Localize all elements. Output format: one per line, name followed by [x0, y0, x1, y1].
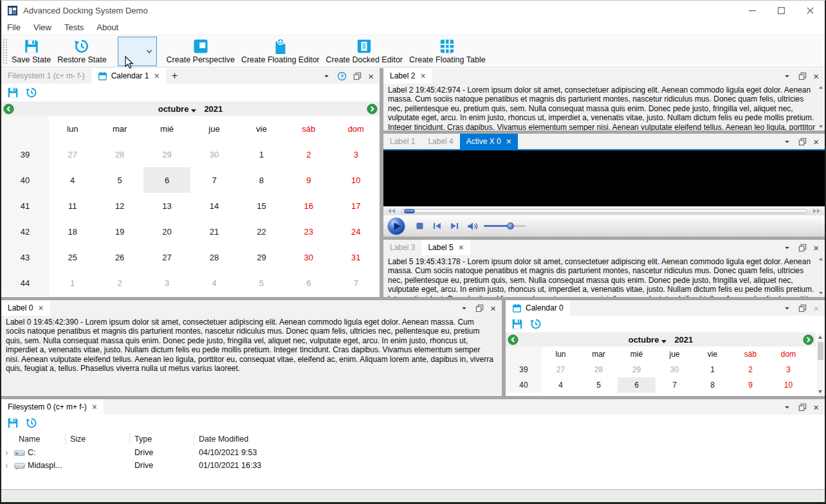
play-button[interactable] [387, 217, 406, 236]
tabs-menu-icon[interactable] [459, 303, 469, 313]
calendar-day[interactable]: 6 [143, 167, 190, 193]
next-button[interactable] [450, 222, 459, 230]
menu-view[interactable]: View [27, 21, 58, 33]
scroll-down-icon[interactable] [819, 125, 823, 128]
tab-activex0[interactable]: Active X 0 × [460, 134, 518, 149]
calendar-day[interactable]: 2 [731, 362, 769, 377]
panel-close-icon[interactable]: × [813, 402, 819, 412]
column-header-date-modified[interactable]: Date Modified [194, 433, 825, 445]
prev-month-icon[interactable] [508, 334, 519, 345]
calendar-day[interactable]: 21 [190, 219, 237, 244]
year-label[interactable]: 2021 [204, 104, 223, 114]
create-perspective-button[interactable]: Create Perspective [163, 37, 238, 66]
toolbar-drag-handle[interactable] [3, 39, 7, 64]
tabs-menu-icon[interactable] [782, 137, 792, 147]
calendar-day[interactable]: 29 [618, 362, 656, 377]
calendar-day[interactable]: 28 [190, 244, 237, 270]
rewind-icon[interactable] [387, 208, 396, 213]
calendar-day[interactable]: 2 [96, 270, 143, 296]
panel-close-icon[interactable]: × [813, 303, 819, 313]
tab-filesystem0[interactable]: Filesystem 0 (c+ m+ f-) × [1, 399, 104, 415]
calendar-day[interactable]: 27 [49, 141, 96, 167]
calendar-day[interactable]: 6 [618, 377, 656, 393]
undock-icon[interactable] [798, 137, 807, 147]
table-row[interactable]: ›C:Drive04/10/2021 9:53 [1, 446, 825, 459]
tab-label2[interactable]: Label 2 × [383, 68, 432, 84]
save-state-button[interactable]: Save State [8, 37, 54, 66]
tabs-menu-icon[interactable] [782, 71, 792, 81]
calendar-day[interactable]: 12 [96, 193, 143, 219]
calendar-day[interactable]: 4 [190, 270, 237, 296]
tabs-menu-icon[interactable] [322, 71, 331, 81]
tabs-menu-icon[interactable] [782, 243, 792, 253]
panel-close-icon[interactable]: × [813, 71, 819, 81]
calendar-day[interactable]: 4 [542, 377, 580, 393]
calendar-day[interactable]: 2 [285, 141, 332, 167]
tab-close-icon[interactable]: × [154, 71, 159, 80]
calendar-day[interactable]: 8 [238, 167, 285, 193]
calendar-day[interactable]: 30 [190, 141, 237, 167]
undock-icon[interactable] [475, 303, 484, 313]
volume-thumb[interactable] [507, 222, 514, 230]
tab-label3[interactable]: Label 3 [383, 240, 421, 255]
calendar-day[interactable]: 17 [333, 193, 380, 219]
undock-icon[interactable] [798, 71, 807, 81]
calendar-day[interactable]: 29 [238, 244, 285, 270]
month-label[interactable]: octubre [629, 335, 659, 345]
tab-close-icon[interactable]: × [506, 137, 511, 146]
save-icon[interactable] [7, 417, 19, 429]
maximize-button[interactable] [767, 1, 796, 20]
save-icon[interactable] [7, 87, 19, 98]
calendar-day[interactable]: 10 [769, 377, 807, 393]
calendar-day[interactable]: 6 [285, 270, 332, 296]
scroll-up-icon[interactable] [819, 86, 823, 89]
calendar-day[interactable]: 7 [190, 167, 237, 193]
tab-calendar1[interactable]: Calendar 1 × [91, 68, 166, 84]
help-icon[interactable]: ? [337, 71, 347, 81]
calendar-day[interactable]: 27 [542, 362, 580, 377]
scroll-up-icon[interactable] [818, 336, 822, 339]
video-display[interactable] [383, 150, 825, 206]
tab-close-icon[interactable]: × [459, 243, 464, 252]
calendar-day[interactable]: 27 [143, 244, 190, 270]
tab-label5[interactable]: Label 5 × [421, 240, 470, 255]
calendar-day[interactable]: 7 [333, 270, 380, 296]
calendar-day[interactable]: 20 [143, 219, 190, 244]
previous-button[interactable] [433, 222, 441, 230]
restore-icon[interactable] [530, 318, 542, 330]
expand-chevron-icon[interactable]: › [5, 448, 12, 457]
calendar-day[interactable]: 28 [96, 141, 143, 167]
prev-month-icon[interactable] [3, 104, 14, 114]
calendar0-scrollbar[interactable] [817, 334, 824, 395]
calendar-day[interactable]: 1 [238, 141, 285, 167]
seek-slider[interactable] [401, 209, 807, 213]
calendar-day[interactable]: 5 [238, 270, 285, 296]
calendar-day[interactable]: 31 [333, 244, 380, 270]
scroll-down-icon[interactable] [818, 390, 822, 393]
calendar-day[interactable]: 1 [693, 362, 731, 377]
scroll-up-icon[interactable] [819, 258, 823, 260]
next-month-icon[interactable] [367, 104, 378, 114]
tab-close-icon[interactable]: × [38, 303, 43, 312]
panel-close-icon[interactable]: × [813, 137, 819, 147]
column-header-type[interactable]: Type [130, 433, 194, 445]
volume-slider[interactable] [484, 225, 526, 227]
calendar-day[interactable]: 1 [49, 270, 96, 296]
tabs-menu-icon[interactable] [782, 402, 792, 412]
menu-tests[interactable]: Tests [58, 21, 90, 33]
save-icon[interactable] [511, 318, 523, 330]
undock-icon[interactable] [798, 303, 807, 313]
panel-close-icon[interactable]: × [813, 243, 819, 253]
calendar-day[interactable]: 14 [190, 193, 237, 219]
fast-forward-icon[interactable] [812, 208, 821, 213]
undock-icon[interactable] [798, 243, 807, 253]
calendar-day[interactable]: 25 [49, 244, 96, 270]
restore-icon[interactable] [26, 417, 37, 429]
tab-close-icon[interactable]: × [420, 71, 425, 80]
create-floating-table-button[interactable]: Create Floating Table [406, 37, 489, 66]
calendar-day[interactable]: 4 [49, 167, 96, 193]
restore-icon[interactable] [26, 87, 37, 98]
month-dropdown-icon[interactable] [661, 340, 666, 343]
tab-label1[interactable]: Label 1 [383, 134, 421, 149]
year-label[interactable]: 2021 [674, 335, 693, 345]
